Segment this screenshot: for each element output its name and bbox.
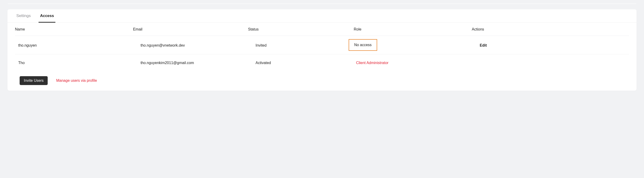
table-cell-status: Activated: [244, 54, 350, 71]
col-header-email: Email: [129, 23, 244, 36]
table-cell-role: Client Administrator: [350, 54, 468, 71]
edit-button[interactable]: Edit: [480, 43, 487, 48]
table-cell-name: Tho: [11, 54, 129, 71]
table-cell-role: No access: [350, 36, 468, 54]
col-header-role: Role: [350, 23, 468, 36]
table-cell-status: Invited: [244, 36, 350, 54]
col-header-name: Name: [11, 23, 129, 36]
users-table: Name Email Status Role Actions tho.nguye…: [8, 23, 636, 71]
table-cell-actions: [468, 54, 633, 71]
tab-access[interactable]: Access: [38, 9, 56, 23]
role-admin-label: Client Administrator: [354, 61, 388, 65]
role-highlight-box: No access: [349, 39, 378, 51]
top-bar-stub: [8, 3, 636, 4]
tabs-container: Settings Access: [8, 9, 636, 23]
manage-users-link[interactable]: Manage users via profile: [56, 79, 97, 83]
col-header-actions: Actions: [468, 23, 633, 36]
table-cell-email: tho.nguyenkim2011@gmail.com: [129, 54, 244, 71]
access-card: Settings Access Name Email Status Role A…: [8, 9, 636, 91]
footer-actions: Invite Users Manage users via profile: [8, 71, 636, 91]
col-header-status: Status: [244, 23, 350, 36]
tab-settings[interactable]: Settings: [15, 9, 32, 23]
invite-users-button[interactable]: Invite Users: [20, 76, 48, 85]
table-cell-email: tho.nguyen@vnetwork.dev: [129, 36, 244, 54]
table-cell-name: tho.nguyen: [11, 36, 129, 54]
table-cell-actions: Edit: [468, 36, 633, 54]
